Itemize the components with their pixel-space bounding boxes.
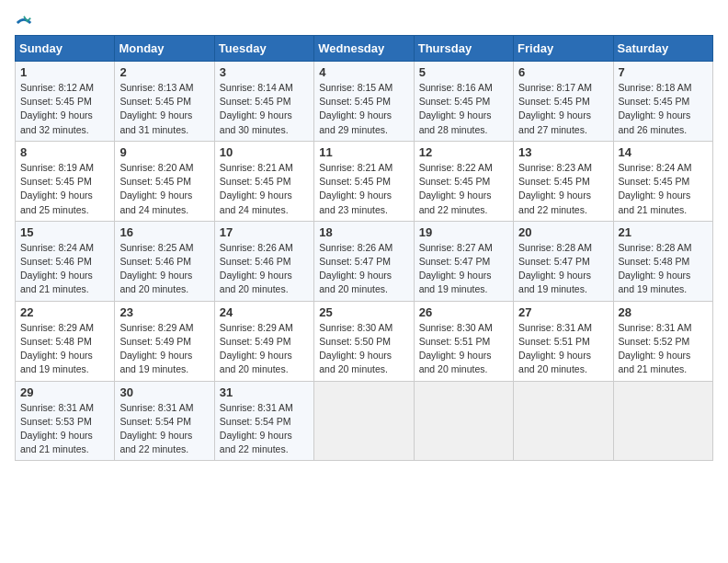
calendar-cell: 23Sunrise: 8:29 AMSunset: 5:49 PMDayligh… bbox=[115, 301, 214, 381]
weekday-header-saturday: Saturday bbox=[613, 36, 712, 62]
day-number: 29 bbox=[20, 385, 109, 399]
day-info: Sunrise: 8:19 AMSunset: 5:45 PMDaylight:… bbox=[20, 161, 109, 217]
day-number: 31 bbox=[220, 385, 309, 399]
calendar-cell bbox=[514, 381, 613, 461]
calendar-week-2: 8Sunrise: 8:19 AMSunset: 5:45 PMDaylight… bbox=[16, 141, 713, 221]
calendar-cell: 9Sunrise: 8:20 AMSunset: 5:45 PMDaylight… bbox=[115, 141, 214, 221]
day-info: Sunrise: 8:23 AMSunset: 5:45 PMDaylight:… bbox=[518, 161, 608, 217]
day-info: Sunrise: 8:25 AMSunset: 5:46 PMDaylight:… bbox=[119, 241, 209, 297]
calendar-cell: 16Sunrise: 8:25 AMSunset: 5:46 PMDayligh… bbox=[115, 221, 214, 301]
calendar-cell: 11Sunrise: 8:21 AMSunset: 5:45 PMDayligh… bbox=[314, 141, 414, 221]
calendar-cell: 22Sunrise: 8:29 AMSunset: 5:48 PMDayligh… bbox=[16, 301, 115, 381]
day-info: Sunrise: 8:28 AMSunset: 5:48 PMDaylight:… bbox=[619, 241, 708, 297]
day-number: 3 bbox=[220, 65, 309, 79]
day-info: Sunrise: 8:16 AMSunset: 5:45 PMDaylight:… bbox=[419, 81, 508, 137]
day-number: 13 bbox=[518, 145, 608, 159]
day-info: Sunrise: 8:24 AMSunset: 5:46 PMDaylight:… bbox=[20, 241, 109, 297]
day-number: 21 bbox=[619, 225, 708, 239]
calendar-cell: 28Sunrise: 8:31 AMSunset: 5:52 PMDayligh… bbox=[613, 301, 712, 381]
day-info: Sunrise: 8:27 AMSunset: 5:47 PMDaylight:… bbox=[419, 241, 508, 297]
calendar-week-1: 1Sunrise: 8:12 AMSunset: 5:45 PMDaylight… bbox=[16, 62, 713, 142]
day-info: Sunrise: 8:31 AMSunset: 5:52 PMDaylight:… bbox=[619, 321, 708, 377]
day-info: Sunrise: 8:31 AMSunset: 5:51 PMDaylight:… bbox=[518, 321, 608, 377]
calendar-cell: 10Sunrise: 8:21 AMSunset: 5:45 PMDayligh… bbox=[214, 141, 313, 221]
day-info: Sunrise: 8:26 AMSunset: 5:47 PMDaylight:… bbox=[319, 241, 408, 297]
day-info: Sunrise: 8:12 AMSunset: 5:45 PMDaylight:… bbox=[20, 81, 109, 137]
day-number: 14 bbox=[619, 145, 708, 159]
calendar-cell: 15Sunrise: 8:24 AMSunset: 5:46 PMDayligh… bbox=[16, 221, 115, 301]
calendar-cell: 3Sunrise: 8:14 AMSunset: 5:45 PMDaylight… bbox=[214, 62, 313, 142]
calendar-cell: 6Sunrise: 8:17 AMSunset: 5:45 PMDaylight… bbox=[514, 62, 613, 142]
day-info: Sunrise: 8:31 AMSunset: 5:54 PMDaylight:… bbox=[119, 401, 209, 457]
day-info: Sunrise: 8:13 AMSunset: 5:45 PMDaylight:… bbox=[119, 81, 209, 137]
calendar-cell: 20Sunrise: 8:28 AMSunset: 5:47 PMDayligh… bbox=[514, 221, 613, 301]
calendar-week-5: 29Sunrise: 8:31 AMSunset: 5:53 PMDayligh… bbox=[16, 381, 713, 461]
weekday-header-sunday: Sunday bbox=[16, 36, 115, 62]
day-info: Sunrise: 8:18 AMSunset: 5:45 PMDaylight:… bbox=[619, 81, 708, 137]
day-number: 24 bbox=[220, 305, 309, 319]
day-number: 4 bbox=[319, 65, 408, 79]
day-info: Sunrise: 8:21 AMSunset: 5:45 PMDaylight:… bbox=[220, 161, 309, 217]
weekday-header-row: SundayMondayTuesdayWednesdayThursdayFrid… bbox=[16, 36, 713, 62]
day-info: Sunrise: 8:29 AMSunset: 5:49 PMDaylight:… bbox=[119, 321, 209, 377]
calendar-cell: 19Sunrise: 8:27 AMSunset: 5:47 PMDayligh… bbox=[414, 221, 513, 301]
calendar-cell bbox=[314, 381, 414, 461]
day-info: Sunrise: 8:26 AMSunset: 5:46 PMDaylight:… bbox=[220, 241, 309, 297]
logo-icon bbox=[16, 15, 32, 31]
calendar-cell: 31Sunrise: 8:31 AMSunset: 5:54 PMDayligh… bbox=[214, 381, 313, 461]
day-info: Sunrise: 8:31 AMSunset: 5:53 PMDaylight:… bbox=[20, 401, 109, 457]
day-number: 25 bbox=[319, 305, 408, 319]
day-info: Sunrise: 8:31 AMSunset: 5:54 PMDaylight:… bbox=[220, 401, 309, 457]
day-number: 9 bbox=[119, 145, 209, 159]
weekday-header-tuesday: Tuesday bbox=[214, 36, 313, 62]
calendar-cell: 14Sunrise: 8:24 AMSunset: 5:45 PMDayligh… bbox=[613, 141, 712, 221]
day-number: 16 bbox=[119, 225, 209, 239]
day-number: 7 bbox=[619, 65, 708, 79]
day-number: 5 bbox=[419, 65, 508, 79]
day-info: Sunrise: 8:30 AMSunset: 5:51 PMDaylight:… bbox=[419, 321, 508, 377]
day-number: 28 bbox=[619, 305, 708, 319]
calendar-cell: 25Sunrise: 8:30 AMSunset: 5:50 PMDayligh… bbox=[314, 301, 414, 381]
weekday-header-friday: Friday bbox=[514, 36, 613, 62]
calendar-cell: 21Sunrise: 8:28 AMSunset: 5:48 PMDayligh… bbox=[613, 221, 712, 301]
day-number: 30 bbox=[119, 385, 209, 399]
calendar-cell bbox=[414, 381, 513, 461]
day-number: 27 bbox=[518, 305, 608, 319]
calendar-cell: 8Sunrise: 8:19 AMSunset: 5:45 PMDaylight… bbox=[16, 141, 115, 221]
day-info: Sunrise: 8:20 AMSunset: 5:45 PMDaylight:… bbox=[119, 161, 209, 217]
day-number: 6 bbox=[518, 65, 608, 79]
calendar-cell: 24Sunrise: 8:29 AMSunset: 5:49 PMDayligh… bbox=[214, 301, 313, 381]
day-number: 1 bbox=[20, 65, 109, 79]
day-info: Sunrise: 8:22 AMSunset: 5:45 PMDaylight:… bbox=[419, 161, 508, 217]
day-number: 15 bbox=[20, 225, 109, 239]
calendar-cell: 26Sunrise: 8:30 AMSunset: 5:51 PMDayligh… bbox=[414, 301, 513, 381]
day-info: Sunrise: 8:24 AMSunset: 5:45 PMDaylight:… bbox=[619, 161, 708, 217]
calendar-cell: 12Sunrise: 8:22 AMSunset: 5:45 PMDayligh… bbox=[414, 141, 513, 221]
page-header bbox=[15, 15, 713, 31]
day-number: 8 bbox=[20, 145, 109, 159]
day-info: Sunrise: 8:21 AMSunset: 5:45 PMDaylight:… bbox=[319, 161, 408, 217]
calendar-cell: 18Sunrise: 8:26 AMSunset: 5:47 PMDayligh… bbox=[314, 221, 414, 301]
day-info: Sunrise: 8:14 AMSunset: 5:45 PMDaylight:… bbox=[220, 81, 309, 137]
day-number: 18 bbox=[319, 225, 408, 239]
day-number: 22 bbox=[20, 305, 109, 319]
day-info: Sunrise: 8:28 AMSunset: 5:47 PMDaylight:… bbox=[518, 241, 608, 297]
day-number: 10 bbox=[220, 145, 309, 159]
calendar-cell bbox=[613, 381, 712, 461]
day-number: 11 bbox=[319, 145, 408, 159]
calendar-cell: 1Sunrise: 8:12 AMSunset: 5:45 PMDaylight… bbox=[16, 62, 115, 142]
day-info: Sunrise: 8:30 AMSunset: 5:50 PMDaylight:… bbox=[319, 321, 408, 377]
day-number: 20 bbox=[518, 225, 608, 239]
calendar-cell: 7Sunrise: 8:18 AMSunset: 5:45 PMDaylight… bbox=[613, 62, 712, 142]
calendar-table: SundayMondayTuesdayWednesdayThursdayFrid… bbox=[15, 35, 713, 461]
calendar-cell: 2Sunrise: 8:13 AMSunset: 5:45 PMDaylight… bbox=[115, 62, 214, 142]
day-info: Sunrise: 8:29 AMSunset: 5:48 PMDaylight:… bbox=[20, 321, 109, 377]
calendar-cell: 30Sunrise: 8:31 AMSunset: 5:54 PMDayligh… bbox=[115, 381, 214, 461]
day-number: 19 bbox=[419, 225, 508, 239]
calendar-cell: 4Sunrise: 8:15 AMSunset: 5:45 PMDaylight… bbox=[314, 62, 414, 142]
day-number: 23 bbox=[119, 305, 209, 319]
logo bbox=[15, 15, 32, 31]
weekday-header-monday: Monday bbox=[115, 36, 214, 62]
day-number: 12 bbox=[419, 145, 508, 159]
day-info: Sunrise: 8:17 AMSunset: 5:45 PMDaylight:… bbox=[518, 81, 608, 137]
